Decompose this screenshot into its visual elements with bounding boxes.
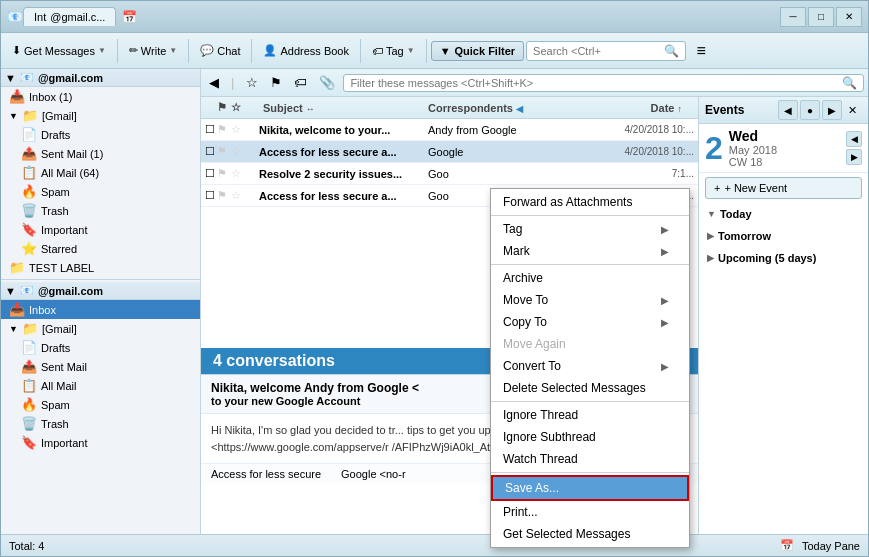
context-menu-overlay[interactable]: Forward as Attachments Tag ▶ Mark ▶ Arch…: [0, 0, 869, 557]
ctx-convertto-arrow-icon: ▶: [661, 361, 669, 372]
ctx-ignore-subthread[interactable]: Ignore Subthread: [491, 426, 689, 448]
ctx-tag[interactable]: Tag ▶: [491, 218, 689, 240]
ctx-move-to[interactable]: Move To ▶: [491, 289, 689, 311]
ctx-sep-1: [491, 215, 689, 216]
ctx-get-selected[interactable]: Get Selected Messages: [491, 523, 689, 545]
ctx-sep-3: [491, 401, 689, 402]
ctx-copyto-arrow-icon: ▶: [661, 317, 669, 328]
ctx-mark-arrow-icon: ▶: [661, 246, 669, 257]
ctx-move-again: Move Again: [491, 333, 689, 355]
ctx-ignore-thread[interactable]: Ignore Thread: [491, 404, 689, 426]
ctx-mark[interactable]: Mark ▶: [491, 240, 689, 262]
ctx-archive[interactable]: Archive: [491, 267, 689, 289]
ctx-forward-as-attachments[interactable]: Forward as Attachments: [491, 191, 689, 213]
ctx-sep-2: [491, 264, 689, 265]
ctx-tag-arrow-icon: ▶: [661, 224, 669, 235]
ctx-save-as[interactable]: Save As...: [491, 475, 689, 501]
ctx-moveto-arrow-icon: ▶: [661, 295, 669, 306]
ctx-watch-thread[interactable]: Watch Thread: [491, 448, 689, 470]
context-menu: Forward as Attachments Tag ▶ Mark ▶ Arch…: [490, 188, 690, 548]
ctx-print[interactable]: Print...: [491, 501, 689, 523]
ctx-delete-selected[interactable]: Delete Selected Messages: [491, 377, 689, 399]
ctx-copy-to[interactable]: Copy To ▶: [491, 311, 689, 333]
ctx-convert-to[interactable]: Convert To ▶: [491, 355, 689, 377]
ctx-sep-4: [491, 472, 689, 473]
